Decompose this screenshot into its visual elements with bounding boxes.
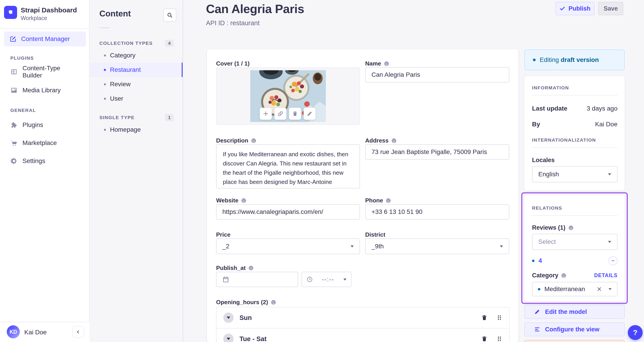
collection-type-label: Category	[110, 52, 136, 59]
collection-types-count-badge: 4	[165, 40, 174, 47]
panel-title: Content	[100, 9, 131, 19]
collapse-sidebar-button[interactable]	[72, 326, 84, 338]
category-relation-select[interactable]: Mediterranean	[532, 282, 618, 296]
sidebar-item-marketplace[interactable]: Marketplace	[0, 135, 90, 150]
brand-subtitle: Workplace	[21, 15, 47, 21]
expand-row-button[interactable]	[223, 334, 234, 342]
add-media-button[interactable]	[260, 108, 272, 120]
district-field-label: District	[365, 231, 386, 238]
sidebar-item-label: Content Manager	[21, 35, 70, 43]
address-input[interactable]	[365, 144, 509, 160]
category-header-row: Category DETAILS	[532, 272, 618, 279]
district-select[interactable]: _9th	[365, 238, 509, 254]
bullet-icon	[104, 83, 106, 85]
sidebar-item-content-manager[interactable]: Content Manager	[4, 32, 86, 46]
puzzle-icon	[10, 121, 18, 128]
copy-link-button[interactable]	[274, 108, 286, 120]
opening-hours-row-title: Sun	[240, 314, 481, 321]
edit-media-button[interactable]	[304, 108, 316, 120]
delete-media-button[interactable]	[289, 108, 301, 120]
user-name: Kai Doe	[24, 329, 47, 336]
clear-icon[interactable]	[596, 286, 602, 292]
editing-draft-banner: Editing draft version	[524, 50, 625, 70]
globe-icon	[271, 300, 276, 305]
website-input[interactable]	[216, 204, 360, 220]
cover-field-label: Cover (1 / 1)	[216, 60, 250, 67]
sidebar-item-settings[interactable]: Settings	[0, 153, 90, 168]
phone-input[interactable]	[365, 204, 509, 220]
chevron-down-icon	[343, 278, 346, 280]
image-icon	[10, 87, 18, 94]
locale-select-value: English	[538, 171, 559, 178]
trash-icon[interactable]	[481, 314, 488, 321]
chevron-down-icon	[350, 245, 354, 247]
sidebar-item-media-library[interactable]: Media Library	[0, 83, 90, 98]
phone-field-label: Phone	[365, 197, 391, 204]
opening-hours-row-sun[interactable]: Sun	[216, 307, 509, 328]
opening-hours-row-title: Tue - Sat	[240, 335, 481, 342]
collection-type-review[interactable]: Review	[90, 77, 182, 91]
opening-hours-row-tue-sat[interactable]: Tue - Sat	[216, 328, 509, 342]
strapi-logo-icon	[6, 8, 14, 17]
address-field-label: Address	[365, 137, 397, 144]
collection-type-user[interactable]: User	[90, 91, 182, 106]
publish-at-date-input[interactable]	[216, 272, 298, 287]
details-link[interactable]: DETAILS	[594, 272, 618, 278]
search-button[interactable]	[163, 9, 176, 22]
drag-handle-icon[interactable]	[496, 315, 502, 321]
collection-type-restaurant[interactable]: Restaurant	[90, 63, 182, 77]
description-field-label: Description	[216, 137, 256, 144]
collection-types-label: COLLECTION TYPES	[100, 41, 153, 46]
review-relation-link[interactable]: 4	[538, 257, 542, 264]
edit-model-button[interactable]: Edit the model	[524, 305, 625, 319]
cover-media-field[interactable]	[216, 68, 360, 125]
last-update-row: Last update 3 days ago	[532, 105, 618, 112]
globe-icon	[384, 61, 389, 66]
sidebar-item-plugins[interactable]: Plugins	[0, 117, 90, 132]
avatar[interactable]: KD	[7, 325, 20, 338]
bullet-icon	[104, 55, 106, 57]
chevron-left-icon	[76, 329, 81, 334]
sidebar-item-content-type-builder[interactable]: Content-Type Builder	[0, 64, 90, 79]
last-update-value: 3 days ago	[587, 105, 618, 112]
globe-icon	[568, 225, 574, 231]
trash-icon[interactable]	[481, 336, 488, 342]
clock-icon	[306, 276, 313, 283]
general-section-header: GENERAL	[10, 108, 36, 113]
name-input[interactable]	[365, 67, 509, 82]
api-id-subtitle: API ID : restaurant	[206, 19, 260, 27]
configure-view-button[interactable]: Configure the view	[524, 322, 625, 336]
configure-view-label: Configure the view	[545, 326, 600, 333]
bullet-icon	[104, 69, 106, 71]
strapi-logo[interactable]	[4, 6, 17, 19]
sidebar-item-label: Settings	[22, 157, 45, 164]
remove-relation-button[interactable]	[608, 256, 618, 265]
globe-icon	[248, 265, 254, 271]
collection-type-label: Review	[110, 81, 131, 88]
collection-type-label: Restaurant	[110, 66, 141, 73]
help-button[interactable]: ?	[628, 325, 643, 340]
expand-row-button[interactable]	[223, 312, 234, 323]
panel-divider	[100, 28, 110, 28]
by-label: By	[532, 121, 540, 128]
internationalization-section-title: INTERNATIONALIZATION	[532, 137, 596, 143]
chevron-down-icon	[227, 316, 230, 319]
district-select-value: _9th	[372, 243, 384, 250]
delete-entry-button[interactable]	[524, 340, 625, 342]
bullet-icon	[104, 129, 106, 131]
publish-at-time-input[interactable]: --:--	[302, 272, 352, 287]
price-select[interactable]: _2	[216, 238, 360, 254]
single-type-label: SINGLE TYPE	[100, 115, 134, 120]
description-textarea[interactable]: If you like Mediterranean and exotic dis…	[216, 144, 360, 189]
price-field-label: Price	[216, 231, 230, 238]
website-field-label: Website	[216, 197, 246, 204]
single-type-count-badge: 1	[165, 114, 174, 121]
reviews-label: Reviews (1)	[532, 224, 574, 231]
locale-select[interactable]: English	[532, 166, 618, 182]
reviews-relation-select[interactable]: Select	[532, 234, 618, 250]
drag-handle-icon[interactable]	[496, 336, 502, 342]
collection-type-category[interactable]: Category	[90, 48, 182, 63]
publish-button[interactable]: Publish	[556, 2, 594, 15]
single-type-homepage[interactable]: Homepage	[90, 122, 182, 137]
save-button[interactable]: Save	[598, 2, 623, 15]
